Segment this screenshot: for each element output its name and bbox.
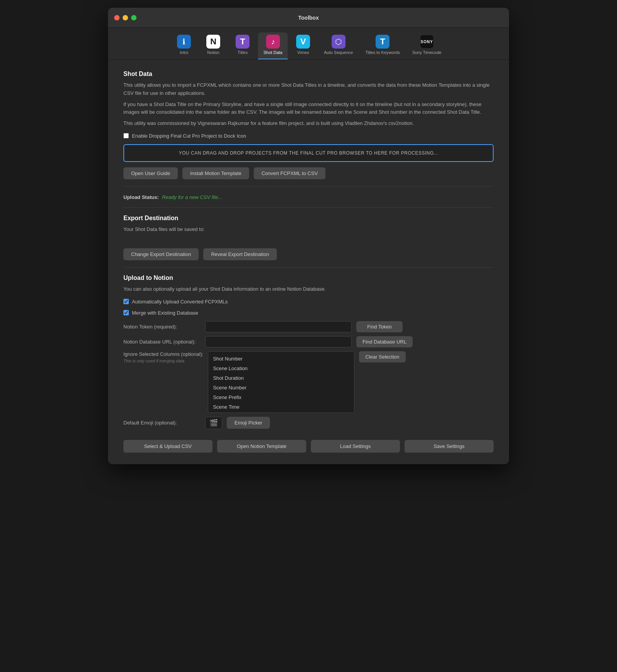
app-window: Toolbox ℹ Intro N Notion T Titles ♪ Shot… xyxy=(108,8,509,464)
tab-intro[interactable]: ℹ Intro xyxy=(170,32,198,59)
shotdata-desc1: This utility allows you to import a FCPX… xyxy=(123,81,494,98)
open-user-guide-button[interactable]: Open User Guide xyxy=(123,167,178,179)
autoseq-icon: ⬡ xyxy=(332,35,346,49)
window-title: Toolbox xyxy=(298,15,319,21)
checkbox-drop[interactable] xyxy=(123,133,129,138)
columns-label-block: Ignore Selected Columns (optional): This… xyxy=(123,351,203,363)
checkbox-drop-label: Enable Dropping Final Cut Pro Project to… xyxy=(132,133,246,139)
shotdata-title: Shot Data xyxy=(123,71,494,77)
sony-icon: SONY xyxy=(420,35,434,49)
export-desc: Your Shot Data files will be saved to: xyxy=(123,226,494,234)
list-item[interactable]: Scene Location xyxy=(208,364,354,373)
traffic-lights xyxy=(114,15,137,20)
export-title: Export Destination xyxy=(123,215,494,222)
checkbox-auto-upload[interactable] xyxy=(123,299,129,304)
main-button-row: Open User Guide Install Motion Template … xyxy=(123,167,494,179)
notion-section: Upload to Notion You can also optionally… xyxy=(123,275,494,429)
divider-3 xyxy=(123,267,494,268)
shotdata-icon: ♪ xyxy=(266,35,280,49)
vimeo-icon: V xyxy=(296,35,310,49)
emoji-display[interactable]: 🎬 xyxy=(205,417,222,429)
tab-autoseq-label: Auto Sequence xyxy=(324,50,353,55)
shotdata-desc2: If you have a Shot Data Title on the Pri… xyxy=(123,101,494,117)
divider-2 xyxy=(123,207,494,208)
db-url-field-row: Notion Database URL (optional): Find Dat… xyxy=(123,336,494,347)
tab-shotdata-label: Shot Data xyxy=(263,50,282,55)
tab-titles-label: Titles xyxy=(238,50,248,55)
emoji-row: Default Emoji (optional): 🎬 Emoji Picker xyxy=(123,417,494,429)
token-input[interactable] xyxy=(205,321,352,332)
list-item[interactable]: Scene Prefix xyxy=(208,392,354,402)
minimize-button[interactable] xyxy=(123,15,128,20)
checkbox-auto-upload-label: Automatically Upload Converted FCPXMLs xyxy=(132,299,228,305)
tab-autoseq[interactable]: ⬡ Auto Sequence xyxy=(319,32,358,59)
select-upload-csv-button[interactable]: Select & Upload CSV xyxy=(123,440,212,453)
bottom-button-row: Select & Upload CSV Open Notion Template… xyxy=(123,440,494,453)
emoji-label: Default Emoji (optional): xyxy=(123,420,201,426)
tab-intro-label: Intro xyxy=(180,50,188,55)
columns-sublabel: This is only used if merging data. xyxy=(123,359,203,363)
titleskeys-icon: T xyxy=(376,35,389,49)
checkbox-merge-label: Merge with Existing Database xyxy=(132,310,198,316)
maximize-button[interactable] xyxy=(131,15,137,20)
token-label: Notion Token (required): xyxy=(123,324,201,330)
checkbox-merge-row: Merge with Existing Database xyxy=(123,310,494,316)
content-area: Shot Data This utility allows you to imp… xyxy=(108,60,509,464)
columns-row: Ignore Selected Columns (optional): This… xyxy=(123,351,494,413)
columns-label: Ignore Selected Columns (optional): xyxy=(123,351,203,357)
tab-vimeo[interactable]: V Vimeo xyxy=(289,32,317,59)
notion-icon: N xyxy=(206,35,220,49)
shotdata-section: Shot Data This utility allows you to imp… xyxy=(123,71,494,179)
close-button[interactable] xyxy=(114,15,120,20)
divider-1 xyxy=(123,186,494,187)
checkbox-autoupload-row: Automatically Upload Converted FCPXMLs xyxy=(123,299,494,305)
emoji-picker-button[interactable]: Emoji Picker xyxy=(227,417,270,429)
notion-title: Upload to Notion xyxy=(123,275,494,281)
open-notion-template-button[interactable]: Open Notion Template xyxy=(217,440,306,453)
shotdata-desc3: This utility was commissioned by Vignesw… xyxy=(123,120,494,128)
find-db-url-button[interactable]: Find Database URL xyxy=(356,336,413,347)
tabs-bar: ℹ Intro N Notion T Titles ♪ Shot Data V … xyxy=(108,28,509,60)
list-item[interactable]: Scene Time xyxy=(208,402,354,412)
upload-status-label: Upload Status: xyxy=(123,194,159,200)
tab-sony[interactable]: SONY Sony Timecode xyxy=(407,32,447,59)
install-motion-template-button[interactable]: Install Motion Template xyxy=(182,167,249,179)
tab-notion[interactable]: N Notion xyxy=(199,32,227,59)
save-settings-button[interactable]: Save Settings xyxy=(405,440,494,453)
tab-sony-label: Sony Timecode xyxy=(412,50,442,55)
tab-titles[interactable]: T Titles xyxy=(229,32,256,59)
tab-vimeo-label: Vimeo xyxy=(297,50,309,55)
checkbox-merge[interactable] xyxy=(123,310,129,315)
titlebar: Toolbox xyxy=(108,8,509,28)
intro-icon: ℹ xyxy=(177,35,191,49)
token-field-row: Notion Token (required): Find Token xyxy=(123,321,494,332)
notion-desc: You can also optionally upload all your … xyxy=(123,285,494,293)
db-url-label: Notion Database URL (optional): xyxy=(123,339,201,345)
tab-titleskeys[interactable]: T Titles to Keywords xyxy=(360,32,405,59)
tab-titleskeys-label: Titles to Keywords xyxy=(365,50,400,55)
change-export-destination-button[interactable]: Change Export Destination xyxy=(123,248,199,260)
upload-status-value: Ready for a new CSV file... xyxy=(162,194,222,200)
load-settings-button[interactable]: Load Settings xyxy=(311,440,400,453)
checkbox-drop-row: Enable Dropping Final Cut Pro Project to… xyxy=(123,133,494,139)
tab-notion-label: Notion xyxy=(207,50,219,55)
list-item[interactable]: Scene Number xyxy=(208,383,354,392)
export-button-row: Change Export Destination Reveal Export … xyxy=(123,248,494,260)
db-url-input[interactable] xyxy=(205,336,352,347)
titles-icon: T xyxy=(236,35,249,49)
status-row: Upload Status: Ready for a new CSV file.… xyxy=(123,194,494,200)
columns-listbox[interactable]: Shot Number Scene Location Shot Duration… xyxy=(208,351,354,413)
list-item[interactable]: Shot Duration xyxy=(208,373,354,383)
convert-fcpxml-button[interactable]: Convert FCPXML to CSV xyxy=(254,167,325,179)
reveal-export-destination-button[interactable]: Reveal Export Destination xyxy=(203,248,276,260)
clear-selection-button[interactable]: Clear Selection xyxy=(359,351,405,362)
drop-zone[interactable]: YOU CAN DRAG AND DROP PROJECTS FROM THE … xyxy=(123,144,494,162)
list-item[interactable]: Shot Number xyxy=(208,354,354,364)
export-section: Export Destination Your Shot Data files … xyxy=(123,215,494,260)
find-token-button[interactable]: Find Token xyxy=(356,321,403,332)
list-item[interactable]: Scene Time Range xyxy=(208,412,354,413)
tab-shotdata[interactable]: ♪ Shot Data xyxy=(258,32,288,59)
